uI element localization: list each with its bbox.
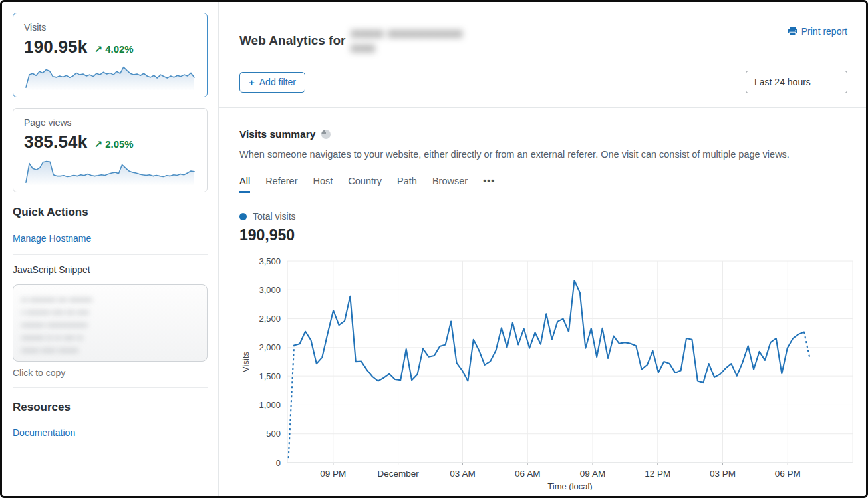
- add-filter-button[interactable]: + Add filter: [239, 72, 305, 93]
- stat-delta: ↗ 4.02%: [94, 43, 133, 55]
- stat-delta: ↗ 2.05%: [94, 138, 133, 150]
- total-visits-value: 190,950: [239, 226, 847, 244]
- legend-label: Total visits: [253, 211, 296, 222]
- visits-sparkline-chart: [24, 60, 196, 91]
- summary-tabs: All Referer Host Country Path Browser ••…: [239, 176, 847, 193]
- divider: [13, 387, 208, 388]
- resources-heading: Resources: [13, 401, 208, 414]
- tab-country[interactable]: Country: [348, 176, 382, 193]
- javascript-snippet-label: JavaScript Snippet: [13, 264, 208, 275]
- svg-text:09 AM: 09 AM: [580, 469, 605, 479]
- printer-icon: [788, 27, 797, 36]
- manage-hostname-link[interactable]: Manage Hostname: [13, 233, 91, 244]
- visits-summary-description: When someone navigates to your website, …: [239, 149, 847, 160]
- svg-text:Time (local): Time (local): [547, 481, 592, 490]
- svg-text:12 PM: 12 PM: [645, 469, 670, 479]
- svg-text:2,000: 2,000: [259, 342, 281, 352]
- redacted-domain: ●●●● ●●●●●●●●● ●●●: [351, 26, 490, 55]
- divider: [13, 254, 208, 255]
- chart-legend: Total visits: [239, 211, 847, 222]
- svg-text:Visits: Visits: [241, 352, 251, 372]
- redacted-code-line: •••••••• •• •• •••• ••: [21, 332, 199, 345]
- tab-path[interactable]: Path: [397, 176, 417, 193]
- tab-referer[interactable]: Referer: [265, 176, 297, 193]
- tab-browser[interactable]: Browser: [432, 176, 468, 193]
- svg-text:500: 500: [266, 429, 281, 439]
- svg-text:2,500: 2,500: [259, 314, 281, 324]
- trend-up-icon: ↗: [94, 43, 102, 55]
- stat-label: Page views: [24, 117, 196, 128]
- visits-chart-container: 05001,0001,5002,0002,5003,0003,50009 PMD…: [239, 253, 847, 493]
- javascript-snippet-code-box[interactable]: •• ••••••••• ••• •••••••• • •••••••• •••…: [13, 284, 208, 362]
- redacted-code-line: • •••••••• •••• ••• ••••: [21, 307, 199, 320]
- svg-text:09 PM: 09 PM: [320, 469, 346, 479]
- main-content: Web Analytics for ●●●● ●●●●●●●●● ●●● Pri…: [219, 2, 866, 496]
- stat-label: Visits: [24, 22, 196, 33]
- svg-text:0: 0: [276, 458, 281, 468]
- redacted-code-line: •••••• ••••• •••••••: [21, 345, 199, 358]
- svg-text:3,000: 3,000: [259, 285, 281, 295]
- svg-text:06 AM: 06 AM: [515, 469, 540, 479]
- svg-text:1,000: 1,000: [259, 400, 281, 410]
- click-to-copy-hint: Click to copy: [13, 368, 208, 378]
- sidebar: Visits 190.95k ↗ 4.02% Page views 385.54…: [2, 2, 219, 496]
- visits-line-chart[interactable]: 05001,0001,5002,0002,5003,0003,50009 PMD…: [239, 253, 857, 490]
- quick-actions-heading: Quick Actions: [13, 206, 208, 219]
- legend-dot-icon: [239, 213, 247, 220]
- stat-card-page-views[interactable]: Page views 385.54k ↗ 2.05%: [13, 108, 208, 192]
- app-window: Visits 190.95k ↗ 4.02% Page views 385.54…: [0, 0, 868, 498]
- svg-text:03 AM: 03 AM: [450, 469, 475, 479]
- trend-up-icon: ↗: [94, 138, 102, 150]
- redacted-code-line: •• ••••••••• ••• ••••••••: [21, 294, 199, 307]
- tab-all[interactable]: All: [239, 176, 250, 193]
- visits-summary-title: Visits summary: [239, 128, 315, 140]
- print-report-link[interactable]: Print report: [788, 26, 847, 37]
- divider: [13, 449, 208, 449]
- svg-text:December: December: [377, 469, 419, 479]
- svg-text:3,500: 3,500: [259, 256, 281, 266]
- tab-more-ellipsis[interactable]: •••: [483, 176, 495, 193]
- tab-host[interactable]: Host: [313, 176, 333, 193]
- stat-value: 385.54k: [24, 132, 87, 152]
- time-range-value: Last 24 hours: [754, 77, 811, 87]
- time-range-dropdown[interactable]: Last 24 hours: [746, 71, 847, 93]
- stat-value: 190.95k: [24, 37, 87, 57]
- svg-text:1,500: 1,500: [259, 372, 281, 381]
- page-views-sparkline-chart: [24, 155, 196, 186]
- svg-text:03 PM: 03 PM: [710, 469, 736, 479]
- divider: [219, 107, 866, 108]
- stat-card-visits[interactable]: Visits 190.95k ↗ 4.02%: [13, 13, 208, 97]
- plus-icon: +: [249, 77, 255, 88]
- pie-chart-icon: [321, 130, 331, 139]
- documentation-link[interactable]: Documentation: [13, 427, 75, 438]
- svg-text:06 PM: 06 PM: [775, 469, 801, 479]
- redacted-code-line: •••••••• ••••••••••••••: [21, 320, 199, 332]
- visits-summary-section: Visits summary When someone navigates to…: [239, 128, 847, 493]
- page-title: Web Analytics for ●●●● ●●●●●●●●● ●●●: [239, 26, 490, 55]
